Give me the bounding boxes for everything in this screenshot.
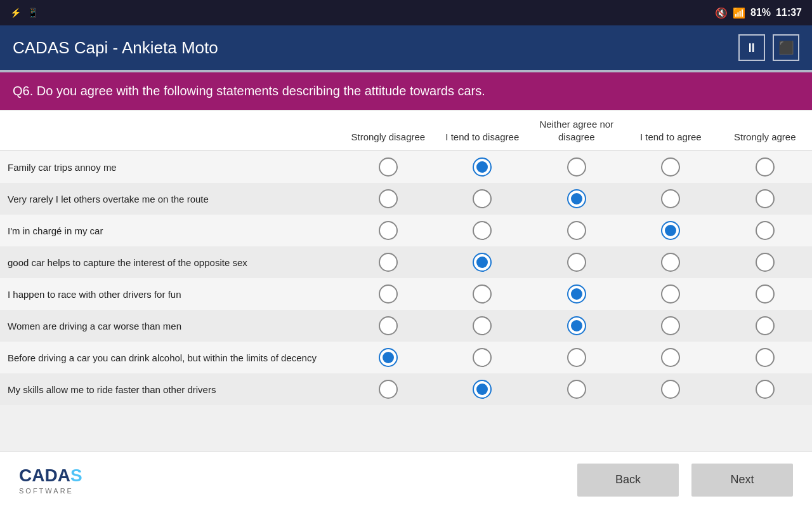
radio-cell[interactable] [530,342,624,373]
radio-cell[interactable] [435,342,529,373]
logo: CADAS SOFTWARE [19,465,82,495]
radio-cell[interactable] [435,373,529,405]
radio-cell[interactable] [624,215,717,246]
survey-table-container: Strongly disagree I tend to disagree Nei… [0,110,812,405]
radio-button[interactable] [567,221,586,240]
radio-cell[interactable] [530,151,624,184]
radio-button[interactable] [473,316,492,335]
radio-button[interactable] [567,348,586,367]
next-button[interactable]: Next [691,464,793,497]
radio-button[interactable] [473,348,492,367]
pause-button[interactable]: ⏸ [738,34,765,61]
radio-cell[interactable] [717,310,812,342]
radio-button[interactable] [567,157,586,177]
radio-button[interactable] [756,221,775,240]
radio-button[interactable] [756,189,775,208]
radio-button[interactable] [661,348,680,367]
radio-button[interactable] [661,189,680,208]
radio-button[interactable] [567,316,586,335]
radio-cell[interactable] [435,246,529,278]
radio-button[interactable] [473,380,492,399]
radio-cell[interactable] [341,373,435,405]
radio-cell[interactable] [624,373,717,405]
radio-button[interactable] [661,284,680,304]
radio-button[interactable] [756,316,775,335]
radio-button[interactable] [379,253,398,272]
radio-cell[interactable] [717,278,812,310]
statement-cell: Family car trips annoy me [0,151,341,184]
radio-button[interactable] [756,253,775,272]
radio-cell[interactable] [624,246,717,278]
radio-cell[interactable] [435,278,529,310]
radio-cell[interactable] [624,183,717,215]
radio-button[interactable] [379,157,398,177]
radio-cell[interactable] [341,151,435,184]
statement-cell: good car helps to capture the interest o… [0,246,341,278]
radio-button[interactable] [473,221,492,240]
radio-button[interactable] [379,348,398,367]
question-banner: Q6. Do you agree with the following stat… [0,72,812,110]
radio-button[interactable] [379,284,398,304]
statement-cell: My skills allow me to ride faster than o… [0,373,341,405]
table-row: My skills allow me to ride faster than o… [0,373,812,405]
radio-button[interactable] [473,284,492,304]
col-strongly-disagree: Strongly disagree [341,110,435,151]
back-button[interactable]: Back [577,464,679,497]
radio-button[interactable] [661,221,680,240]
radio-cell[interactable] [717,246,812,278]
radio-cell[interactable] [341,342,435,373]
radio-button[interactable] [473,157,492,177]
radio-cell[interactable] [530,278,624,310]
title-controls: ⏸ ⬛ [738,34,799,61]
radio-button[interactable] [567,380,586,399]
radio-button[interactable] [756,284,775,304]
radio-cell[interactable] [341,310,435,342]
radio-cell[interactable] [341,246,435,278]
radio-button[interactable] [661,316,680,335]
radio-button[interactable] [756,348,775,367]
radio-cell[interactable] [435,151,529,184]
radio-button[interactable] [756,380,775,399]
radio-button[interactable] [567,189,586,208]
radio-button[interactable] [661,157,680,177]
radio-cell[interactable] [624,151,717,184]
radio-cell[interactable] [717,215,812,246]
radio-cell[interactable] [530,183,624,215]
stop-button[interactable]: ⬛ [773,34,799,61]
radio-button[interactable] [379,221,398,240]
radio-button[interactable] [567,284,586,304]
radio-cell[interactable] [530,215,624,246]
app-title: CADAS Capi - Ankieta Moto [13,38,218,58]
radio-button[interactable] [473,189,492,208]
radio-cell[interactable] [717,342,812,373]
radio-button[interactable] [567,253,586,272]
radio-button[interactable] [473,253,492,272]
radio-button[interactable] [379,316,398,335]
radio-cell[interactable] [435,183,529,215]
radio-cell[interactable] [341,215,435,246]
radio-button[interactable] [379,380,398,399]
radio-button[interactable] [756,157,775,177]
usb-icon: ⚡ [10,8,21,18]
radio-cell[interactable] [341,183,435,215]
radio-button[interactable] [661,253,680,272]
radio-cell[interactable] [530,373,624,405]
radio-cell[interactable] [435,310,529,342]
radio-cell[interactable] [624,310,717,342]
radio-cell[interactable] [624,342,717,373]
logo-text: CADAS [19,465,82,486]
status-left: ⚡ 📱 [10,8,38,18]
radio-cell[interactable] [435,215,529,246]
radio-cell[interactable] [717,183,812,215]
radio-button[interactable] [661,380,680,399]
radio-cell[interactable] [624,278,717,310]
col-tend-agree: I tend to agree [624,110,717,151]
radio-cell[interactable] [530,246,624,278]
wifi-icon: 📶 [733,7,745,19]
radio-cell[interactable] [341,278,435,310]
table-row: I happen to race with other drivers for … [0,278,812,310]
radio-cell[interactable] [717,151,812,184]
radio-button[interactable] [379,189,398,208]
radio-cell[interactable] [530,310,624,342]
radio-cell[interactable] [717,373,812,405]
